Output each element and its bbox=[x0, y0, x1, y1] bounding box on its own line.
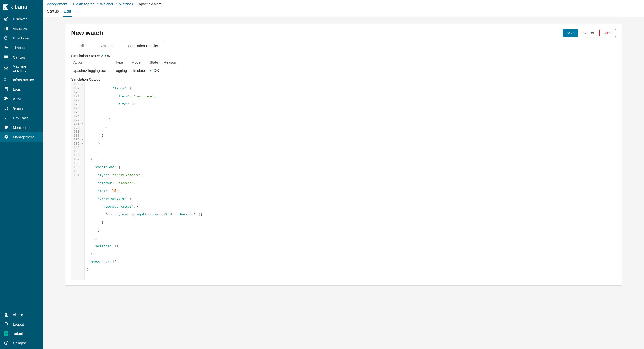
th-type: Type bbox=[114, 58, 130, 66]
heartbeat-icon bbox=[4, 125, 8, 130]
td-type: logging bbox=[114, 66, 130, 75]
td-reason bbox=[162, 66, 179, 75]
sidebar-item-label: Graph bbox=[13, 106, 23, 110]
sidebar-item-logs[interactable]: Logs bbox=[0, 84, 43, 94]
sidebar-item-apm[interactable]: APM bbox=[0, 94, 43, 103]
sidebar-collapse[interactable]: Collapse bbox=[0, 338, 43, 347]
breadcrumb-sep: / bbox=[136, 2, 136, 6]
subtab-results[interactable]: Simulation Results bbox=[121, 41, 165, 50]
gauge-icon bbox=[4, 36, 8, 40]
svg-line-16 bbox=[5, 67, 6, 68]
th-reason: Reason bbox=[162, 58, 179, 66]
brand-text: kibana bbox=[10, 4, 28, 10]
space-badge: D bbox=[4, 331, 8, 336]
sidebar-item-infrastructure[interactable]: Infrastructure bbox=[0, 75, 43, 84]
svg-line-19 bbox=[6, 69, 7, 69]
svg-rect-2 bbox=[4, 29, 5, 30]
sidebar-item-label: APM bbox=[13, 97, 21, 101]
watch-panel: New watch Save Cancel Delete Edit Simula… bbox=[65, 24, 622, 286]
sidebar-item-label: Dev Tools bbox=[13, 116, 29, 120]
simulation-status: Simulation Status: ✔ OK bbox=[71, 54, 616, 58]
sidebar: kibana Discover Visualize Dashboard Time… bbox=[0, 0, 43, 349]
sidebar-default-space[interactable]: D Default bbox=[0, 329, 43, 338]
sidebar-user[interactable]: elastic bbox=[0, 310, 43, 319]
svg-rect-30 bbox=[4, 99, 6, 100]
simulation-output-label: Simulation Output: bbox=[71, 77, 616, 81]
svg-rect-3 bbox=[6, 28, 7, 30]
sidebar-logout[interactable]: Logout bbox=[0, 319, 43, 329]
sidebar-item-management[interactable]: Management bbox=[0, 132, 43, 142]
compass-icon bbox=[4, 17, 8, 21]
subtab-edit[interactable]: Edit bbox=[71, 41, 92, 50]
sidebar-footer: elastic Logout D Default Collapse bbox=[0, 310, 43, 349]
sidebar-item-devtools[interactable]: Dev Tools bbox=[0, 113, 43, 123]
breadcrumb-item[interactable]: Watches bbox=[119, 2, 133, 6]
sidebar-item-discover[interactable]: Discover bbox=[0, 14, 43, 24]
check-icon: ✔ bbox=[101, 54, 104, 58]
sidebar-item-label: Canvas bbox=[13, 55, 25, 59]
svg-rect-8 bbox=[6, 56, 8, 57]
svg-point-23 bbox=[5, 80, 6, 81]
wrench-icon bbox=[4, 115, 8, 120]
breadcrumb-sep: / bbox=[70, 2, 71, 6]
svg-line-37 bbox=[8, 107, 8, 109]
th-state: State bbox=[148, 58, 162, 66]
sidebar-item-dashboard[interactable]: Dashboard bbox=[0, 33, 43, 43]
subtab-simulate[interactable]: Simulate bbox=[92, 41, 121, 50]
topbar: Management / Elasticsearch / Watcher / W… bbox=[43, 0, 644, 17]
sidebar-item-ml[interactable]: Machine Learning bbox=[0, 62, 43, 75]
simulation-status-label: Simulation Status: bbox=[71, 54, 100, 58]
svg-rect-28 bbox=[4, 97, 7, 98]
tab-edit[interactable]: Edit bbox=[63, 8, 72, 17]
breadcrumb-current: apache2-alert bbox=[139, 2, 161, 6]
table-row: apache2-logging-action logging simulate … bbox=[71, 66, 179, 75]
breadcrumb-sep: / bbox=[97, 2, 98, 6]
breadcrumb-item[interactable]: Watcher bbox=[100, 2, 114, 6]
brand-logo: kibana bbox=[0, 0, 43, 14]
delete-button[interactable]: Delete bbox=[599, 29, 616, 37]
gear-icon bbox=[4, 135, 8, 139]
svg-rect-10 bbox=[8, 57, 8, 58]
editor-code[interactable]: "terms": { "field": "host.name", "size":… bbox=[85, 82, 511, 280]
svg-point-22 bbox=[5, 78, 6, 79]
sidebar-item-label: Monitoring bbox=[13, 125, 30, 130]
timelion-icon bbox=[4, 45, 8, 50]
sidebar-default-label: Default bbox=[12, 331, 24, 336]
sidebar-item-visualize[interactable]: Visualize bbox=[0, 24, 43, 33]
logout-icon bbox=[4, 322, 8, 326]
svg-line-17 bbox=[6, 67, 7, 68]
check-icon: ✔ bbox=[150, 68, 153, 72]
ml-icon bbox=[4, 66, 8, 71]
code-editor[interactable]: 168 ▾ 169 170 171 172 173 174 175 176 17… bbox=[71, 82, 616, 280]
th-mode: Mode bbox=[130, 58, 148, 66]
sidebar-item-label: Timelion bbox=[13, 46, 26, 50]
sidebar-item-label: Machine Learning bbox=[13, 64, 40, 72]
th-action: Action bbox=[71, 58, 114, 66]
collapse-icon bbox=[4, 340, 8, 345]
svg-rect-4 bbox=[7, 27, 8, 30]
save-button[interactable]: Save bbox=[563, 29, 578, 37]
sidebar-item-graph[interactable]: Graph bbox=[0, 103, 43, 113]
bar-chart-icon bbox=[4, 26, 8, 31]
breadcrumb-item[interactable]: Management bbox=[46, 2, 67, 6]
td-action: apache2-logging-action bbox=[71, 66, 114, 75]
breadcrumb-sep: / bbox=[116, 2, 117, 6]
sidebar-item-canvas[interactable]: Canvas bbox=[0, 52, 43, 62]
top-tabs: Status Edit bbox=[46, 8, 641, 17]
sidebar-item-monitoring[interactable]: Monitoring bbox=[0, 123, 43, 132]
sidebar-item-label: Discover bbox=[13, 17, 27, 21]
td-state: ✔ OK bbox=[148, 66, 162, 75]
sidebar-item-label: Visualize bbox=[13, 27, 27, 31]
svg-rect-29 bbox=[5, 98, 8, 99]
sidebar-logout-label: Logout bbox=[13, 322, 24, 326]
apm-icon bbox=[4, 96, 8, 101]
breadcrumb-item[interactable]: Elasticsearch bbox=[73, 2, 94, 6]
svg-point-12 bbox=[4, 67, 5, 68]
sidebar-item-timelion[interactable]: Timelion bbox=[0, 43, 43, 52]
sidebar-item-label: Dashboard bbox=[13, 36, 30, 40]
tab-status[interactable]: Status bbox=[46, 8, 60, 17]
page-title: New watch bbox=[71, 29, 103, 37]
sidebar-item-label: Infrastructure bbox=[13, 78, 34, 82]
cancel-button[interactable]: Cancel bbox=[580, 29, 598, 37]
sidebar-item-label: Logs bbox=[13, 87, 21, 91]
